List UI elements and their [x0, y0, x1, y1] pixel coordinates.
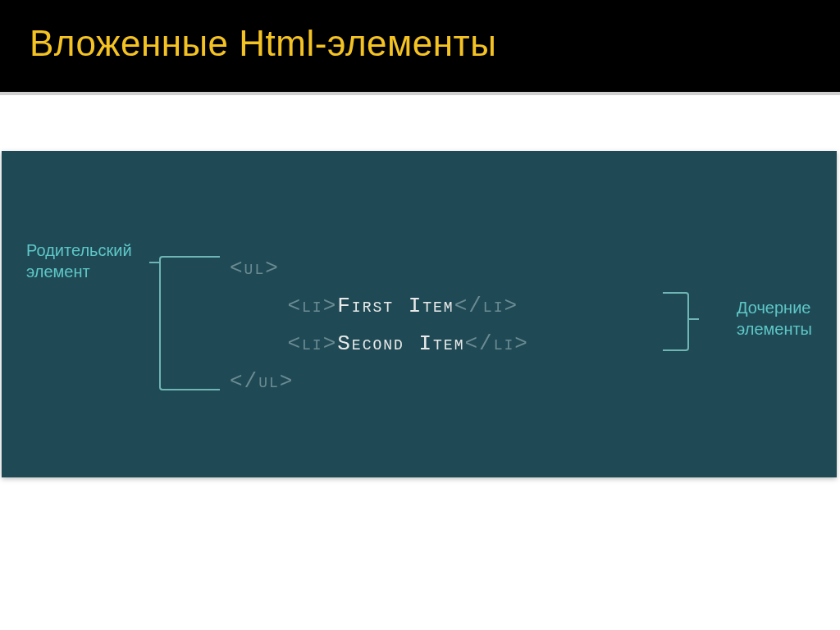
children-label-line2: элементы [737, 320, 812, 338]
parent-label-line2: элемент [26, 262, 90, 281]
li-open-tag-2: <li> [287, 331, 337, 356]
code-panel: Родительский элемент <ul> <li>First Item… [2, 151, 837, 477]
slide-title: Вложенные Html-элементы [30, 23, 810, 64]
children-label-line1: Дочерние [737, 299, 810, 317]
code-block: <ul> <li>First Item</li> <li>Second Item… [230, 249, 529, 400]
slide: Вложенные Html-элементы Родительский эле… [0, 0, 840, 630]
title-band: Вложенные Html-элементы [0, 0, 840, 92]
li-open-tag-1: <li> [287, 294, 337, 318]
item1-text: First Item [337, 294, 454, 318]
ul-close-tag: </ul> [230, 369, 294, 394]
bracket-parent [159, 256, 220, 390]
ul-open-tag: <ul> [230, 256, 280, 281]
item2-text: Second Item [337, 331, 464, 356]
parent-label: Родительский элемент [26, 240, 132, 282]
li-close-tag-2: </li> [464, 331, 528, 356]
parent-label-line1: Родительский [26, 241, 132, 259]
children-label: Дочерние элементы [737, 297, 812, 340]
spacer [0, 95, 840, 151]
li-close-tag-1: </li> [454, 294, 518, 318]
bracket-children [663, 292, 689, 351]
